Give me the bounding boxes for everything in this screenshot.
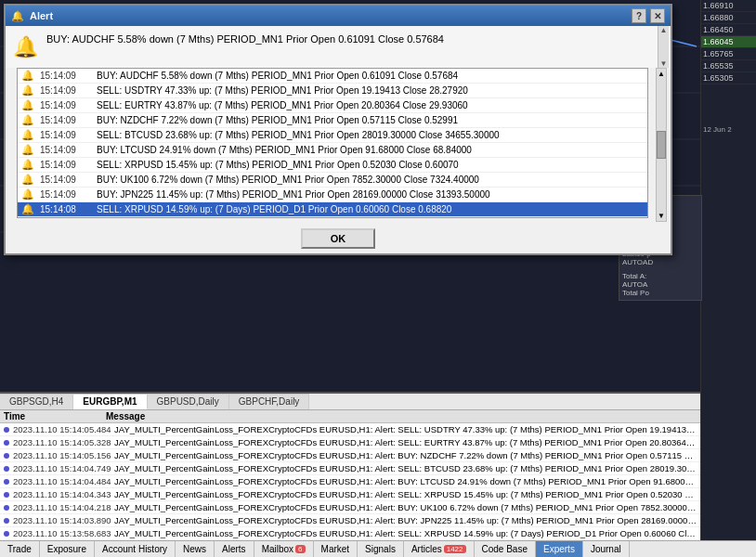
row-time: 2023.11.10 15:14:05.328	[13, 437, 111, 447]
status-item[interactable]: Exposure	[40, 541, 95, 557]
bell-icon-row: 🔔	[21, 144, 34, 156]
status-item[interactable]: Trade	[0, 541, 40, 557]
terminal-row: 2023.11.10 15:14:03.890 JAY_MULTI_Percen…	[0, 514, 700, 527]
list-scroll-down[interactable]: ▼	[658, 212, 665, 220]
alert-time: 15:14:09	[40, 160, 91, 170]
dialog-titlebar: 🔔 Alert ? ✕	[6, 6, 671, 26]
scroll-down-arrow[interactable]: ▼	[660, 59, 668, 68]
row-msg: JAY_MULTI_PercentGainLoss_FOREXCryptoCFD…	[114, 515, 697, 525]
bell-icon-large: 🔔	[13, 35, 38, 59]
alert-time: 15:14:08	[40, 204, 91, 214]
row-indicator	[4, 479, 9, 485]
terminal-row: 2023.11.10 15:14:05.484 JAY_MULTI_Percen…	[0, 423, 700, 436]
row-msg: JAY_MULTI_PercentGainLoss_FOREXCryptoCFD…	[114, 489, 697, 499]
alert-time: 15:14:09	[40, 130, 91, 140]
status-item[interactable]: Articles1422	[404, 541, 475, 557]
status-item[interactable]: Account History	[95, 541, 176, 557]
alert-msg: BUY: NZDCHF 7.22% down (7 Mths) PERIOD_M…	[97, 115, 644, 125]
bell-icon-row: 🔔	[21, 188, 34, 201]
status-item[interactable]: Experts	[536, 541, 583, 557]
alert-row[interactable]: 🔔 15:14:09 SELL: BTCUSD 23.68% up: (7 Mt…	[18, 128, 647, 143]
alert-list-wrapper: 🔔 15:14:09 BUY: AUDCHF 5.58% down (7 Mth…	[9, 68, 667, 222]
alert-msg: BUY: UK100 6.72% down (7 Mths) PERIOD_MN…	[97, 175, 644, 185]
row-msg: JAY_MULTI_PercentGainLoss_FOREXCryptoCFD…	[114, 450, 697, 460]
status-item[interactable]: Signals	[358, 541, 404, 557]
terminal-tab[interactable]: EURGBP,M1	[73, 394, 147, 409]
price-sidebar: 1.66910 1.66880 1.66450 1.66045 1.65765 …	[700, 0, 756, 557]
scroll-thumb[interactable]	[657, 131, 666, 159]
row-indicator	[4, 440, 9, 446]
ea-line-9: Total Po	[622, 289, 698, 297]
alert-row[interactable]: 🔔 15:14:09 BUY: UK100 6.72% down (7 Mths…	[18, 173, 647, 188]
alert-row[interactable]: 🔔 15:14:09 SELL: XRPUSD 15.45% up: (7 Mt…	[18, 158, 647, 173]
price-2: 1.66880	[701, 12, 756, 24]
alert-msg: SELL: EURTRY 43.87% up: (7 Mths) PERIOD_…	[97, 100, 644, 110]
alert-msg: BUY: AUDCHF 5.58% down (7 Mths) PERIOD_M…	[97, 71, 644, 81]
ok-button[interactable]: OK	[301, 228, 376, 249]
col-header-time: Time	[4, 411, 106, 421]
terminal-row: 2023.11.10 15:14:04.343 JAY_MULTI_Percen…	[0, 488, 700, 501]
alert-row[interactable]: 🔔 15:14:09 BUY: NZDCHF 7.22% down (7 Mth…	[18, 113, 647, 128]
dialog-controls: ? ✕	[632, 8, 665, 23]
alert-time: 15:14:09	[40, 189, 91, 200]
row-indicator	[4, 492, 9, 498]
alert-msg: SELL: XRPUSD 14.59% up: (7 Days) PERIOD_…	[97, 204, 644, 214]
terminal-header: Time Message	[0, 410, 700, 423]
row-msg: JAY_MULTI_PercentGainLoss_FOREXCryptoCFD…	[114, 437, 697, 447]
price-7: 1.65305	[701, 72, 756, 84]
alert-row[interactable]: 🔔 15:14:09 SELL: EURTRY 43.87% up: (7 Mt…	[18, 98, 647, 113]
alert-row[interactable]: 🔔 15:14:09 BUY: LTCUSD 24.91% down (7 Mt…	[18, 143, 647, 158]
ok-area: OK	[6, 224, 671, 253]
row-indicator	[4, 466, 9, 472]
alert-icon-small: 🔔	[11, 10, 24, 22]
price-5: 1.65765	[701, 48, 756, 60]
terminal-tab[interactable]: GBPSGD,H4	[0, 394, 73, 409]
terminal-area: GBPSGD,H4EURGBP,M1GBPUSD,DailyGBPCHF,Dai…	[0, 392, 700, 540]
alert-time: 15:14:09	[40, 175, 91, 185]
alert-row[interactable]: 🔔 15:14:09 BUY: AUDCHF 5.58% down (7 Mth…	[18, 69, 647, 84]
alert-list[interactable]: 🔔 15:14:09 BUY: AUDCHF 5.58% down (7 Mth…	[17, 68, 648, 218]
list-scroll-up[interactable]: ▲	[658, 70, 665, 78]
status-badge: 6	[295, 545, 305, 553]
help-button[interactable]: ?	[632, 8, 646, 23]
terminal-row: 2023.11.10 15:14:04.484 JAY_MULTI_Percen…	[0, 475, 700, 488]
price-3: 1.66450	[701, 24, 756, 36]
status-item[interactable]: Alerts	[215, 541, 254, 557]
terminal-tab[interactable]: GBPUSD,Daily	[148, 394, 229, 409]
status-item[interactable]: News	[176, 541, 215, 557]
status-item[interactable]: Journal	[583, 541, 630, 557]
row-time: 2023.11.10 15:14:05.484	[13, 424, 111, 434]
terminal-tab[interactable]: GBPCHF,Daily	[229, 394, 310, 409]
bell-icon-row: 🔔	[21, 70, 34, 82]
alert-row[interactable]: 🔔 15:14:08 SELL: XRPUSD 14.59% up: (7 Da…	[18, 202, 647, 217]
alert-time: 15:14:09	[40, 71, 91, 81]
bell-icon-row: 🔔	[21, 174, 34, 186]
status-item[interactable]: Code Base	[475, 541, 536, 557]
list-scrollbar[interactable]: ▲ ▼	[656, 68, 667, 222]
alert-time: 15:14:09	[40, 85, 91, 96]
alert-time: 15:14:09	[40, 115, 91, 125]
row-msg: JAY_MULTI_PercentGainLoss_FOREXCryptoCFD…	[114, 528, 697, 538]
row-time: 2023.11.10 15:14:04.218	[13, 502, 111, 512]
bell-icon-row: 🔔	[21, 114, 34, 126]
dialog-main-content: 🔔 BUY: AUDCHF 5.58% down (7 Mths) PERIOD…	[6, 26, 671, 68]
status-item[interactable]: Market	[314, 541, 358, 557]
ea-line-8: AUTOA	[622, 280, 698, 289]
bell-icon-row: 🔔	[21, 129, 34, 141]
row-msg: JAY_MULTI_PercentGainLoss_FOREXCryptoCFD…	[114, 424, 697, 434]
bell-icon-row: 🔔	[21, 99, 34, 111]
row-time: 2023.11.10 15:14:04.484	[13, 476, 111, 486]
alert-row[interactable]: 🔔 15:14:09 SELL: USDTRY 47.33% up: (7 Mt…	[18, 84, 647, 98]
row-msg: JAY_MULTI_PercentGainLoss_FOREXCryptoCFD…	[114, 502, 697, 512]
alert-msg: SELL: USDTRY 47.33% up: (7 Mths) PERIOD_…	[97, 85, 644, 96]
bell-icon-row: 🔔	[21, 84, 34, 97]
close-button[interactable]: ✕	[650, 8, 665, 23]
status-bar: TradeExposureAccount HistoryNewsAlertsMa…	[0, 540, 756, 557]
price-6: 1.65535	[701, 60, 756, 72]
alert-row[interactable]: 🔔 15:14:09 BUY: JPN225 11.45% up: (7 Mth…	[18, 188, 647, 202]
alert-msg: SELL: XRPUSD 15.45% up: (7 Mths) PERIOD_…	[97, 160, 644, 170]
alert-msg: BUY: JPN225 11.45% up: (7 Mths) PERIOD_M…	[97, 189, 644, 200]
scroll-up-arrow[interactable]: ▲	[660, 26, 668, 34]
status-item[interactable]: Mailbox6	[254, 541, 314, 557]
main-scrollbar[interactable]: ▲ ▼	[658, 26, 669, 68]
